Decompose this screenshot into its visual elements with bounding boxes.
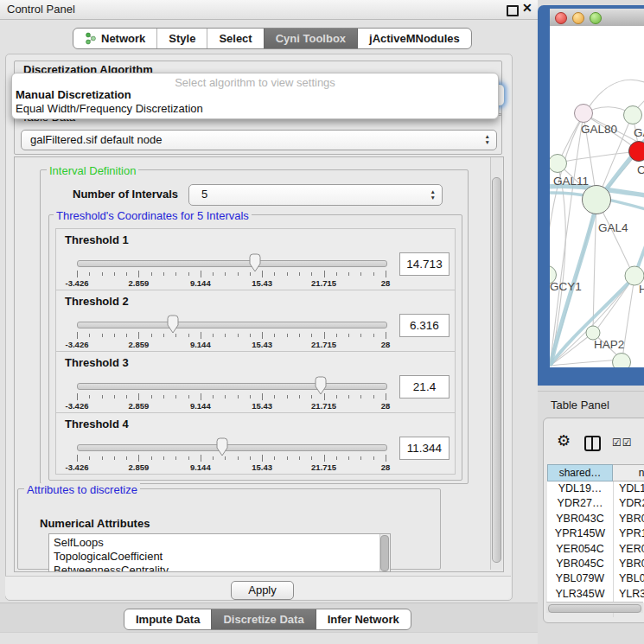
table-row[interactable]: YBR043CYBR0 [547,512,644,526]
algorithm-popup-hint: Select algorithm to view settings [12,76,498,89]
tab-impute-data[interactable]: Impute Data [124,609,211,629]
tab-infer-network[interactable]: Infer Network [316,609,411,629]
network-icon [85,32,97,45]
combobox-spinner-icon: ▲▼ [485,133,490,145]
bottom-tabbar: Impute Data Discretize Data Infer Networ… [124,609,411,630]
control-panel-tabbar: Network Style Select Cyni Toolbox jActiv… [73,28,472,49]
threshold-2-slider-track[interactable] [77,322,387,328]
node-gal11[interactable] [550,155,567,173]
close-traffic-light-icon[interactable] [555,12,567,24]
threshold-3-value-field[interactable]: 21.4 [399,375,450,399]
threshold-1-value-field[interactable]: 14.713 [399,252,450,276]
combobox-spinner-icon: ▲▼ [430,188,436,201]
attributes-group-title: Attributes to discretize [24,483,140,496]
table-row[interactable]: YDR27…YDR2 [547,496,644,511]
algorithm-dropdown-popup: Select algorithm to view settings Manual… [11,73,499,119]
numerical-attributes-label: Numerical Attributes [40,517,150,530]
network-canvas[interactable]: GAL80 GA C GAL11 GAL4 GCY1 H HAP2 [550,26,644,367]
node-label-gcy1: GCY1 [550,280,582,293]
tab-cyni-toolbox[interactable]: Cyni Toolbox [264,29,357,48]
node-label-gal4: GAL4 [598,221,628,234]
node-label-gal11: GAL11 [553,175,589,188]
threshold-2-panel: Threshold 2 -3.4262.8599.14415.4321.7152… [55,290,456,352]
slider-tick-labels: -3.4262.8599.14415.4321.71528 [56,278,455,288]
table-row[interactable]: YLR345WYLR3 [547,587,644,602]
gear-icon[interactable]: ⚙ [557,433,571,449]
table-row[interactable]: YPR145WYPR1 [547,526,644,541]
node-gal80[interactable] [575,105,593,123]
apply-button[interactable]: Apply [231,581,294,600]
threshold-3-slider-thumb[interactable] [314,376,328,395]
node-partial-top-right[interactable] [624,106,642,124]
list-scrollbar[interactable] [379,534,390,571]
list-item[interactable]: SelfLoops [54,536,104,549]
table-row[interactable]: YBR045CYBR0 [547,557,644,571]
table-body: YDL19…YDL1 YDR27…YDR2 YBR043CYBR0 YPR145… [547,481,644,603]
control-panel-title: Control Panel [7,3,75,16]
slider-tick-labels: -3.4262.8599.14415.4321.71528 [56,462,455,472]
node-label-gal80: GAL80 [581,123,617,136]
threshold-3-slider-track[interactable] [77,383,387,390]
node-gal4[interactable] [583,186,611,214]
slider-ticks [56,455,455,462]
checkbox-icons[interactable]: ☑☑ [612,437,633,449]
threshold-1-slider-thumb[interactable] [248,253,262,272]
threshold-1-panel: Threshold 1 -3.4262.8599.14415.4321.7152… [55,228,456,290]
menu-item-equal-width-frequency[interactable]: Equal Width/Frequency Discretization [16,102,203,115]
zoom-traffic-light-icon[interactable] [590,12,602,24]
column-layout-icon[interactable] [584,436,601,451]
table-row[interactable]: YER054CYER0 [547,542,644,557]
tab-jactivemnodules[interactable]: jActiveMNodules [357,29,471,48]
table-horizontal-scrollbar-thumb[interactable] [548,604,641,613]
tab-select[interactable]: Select [207,29,263,48]
threshold-4-value-field[interactable]: 11.344 [399,437,450,460]
threshold-4-panel: Threshold 4 -3.4262.8599.14415.4321.7152… [55,412,456,475]
node-label-h-partial: H [639,283,644,296]
threshold-2-value-field[interactable]: 6.316 [399,314,450,337]
number-of-intervals-combobox[interactable]: 5 ▲▼ [188,184,443,206]
tab-style[interactable]: Style [156,29,207,48]
node-red-selected[interactable] [629,142,644,162]
table-row[interactable]: YDL19…YDL1 [547,481,644,496]
numerical-attributes-list: SelfLoops TopologicalCoefficient Between… [48,533,391,572]
tab-discretize-data[interactable]: Discretize Data [211,609,315,629]
settings-scrollbar[interactable] [490,157,502,570]
threshold-4-slider-track[interactable] [77,444,387,451]
network-window-titlebar[interactable] [550,9,644,27]
list-item[interactable]: BetweennessCentrality [54,564,169,572]
float-window-icon[interactable] [507,5,519,16]
slider-ticks [56,332,455,340]
table-header: shared… na [547,464,644,481]
table-panel-title: Table Panel [551,399,609,411]
node-label-c-partial: C [637,163,644,176]
minimize-traffic-light-icon[interactable] [572,12,584,24]
threshold-1-slider-track[interactable] [77,260,387,267]
column-header-shared[interactable]: shared… [547,464,613,481]
threshold-4-slider-thumb[interactable] [215,437,229,456]
number-of-intervals-label: Number of Intervals [73,188,178,201]
table-horizontal-scrollbar[interactable] [546,602,643,613]
node-label-hap2: HAP2 [594,338,624,351]
slider-ticks [56,393,455,401]
panel-divider[interactable] [538,391,644,392]
slider-ticks [56,271,455,278]
slider-tick-labels: -3.4262.8599.14415.4321.71528 [56,401,455,411]
application-window: Control Panel ✕ Network Style Select Cyn… [0,0,644,644]
tab-network[interactable]: Network [73,29,156,48]
interval-definition-group-title: Interval Definition [47,164,138,177]
settings-scrollbar-thumb[interactable] [492,177,501,563]
list-item[interactable]: TopologicalCoefficient [54,550,163,563]
node-bottom-partial[interactable] [613,354,631,368]
threshold-2-slider-thumb[interactable] [166,315,180,334]
close-icon[interactable]: ✕ [522,1,532,15]
table-panel: ⚙ ☑☑ shared… na YDL19…YDL1 YDR27…YDR2 YB… [543,418,644,623]
apply-row: Apply [5,576,511,599]
threshold-3-panel: Threshold 3 -3.4262.8599.14415.4321.7152… [55,351,456,413]
menu-item-manual-discretization[interactable]: Manual Discretization [16,88,131,101]
table-row[interactable]: YBL079WYBL0 [547,571,644,586]
control-panel-titlebar: Control Panel ✕ [0,0,538,20]
table-data-combobox[interactable]: galFiltered.sif default node ▲▼ [21,130,497,150]
slider-tick-labels: -3.4262.8599.14415.4321.71528 [56,340,455,349]
column-header-name[interactable]: na [613,464,644,481]
network-graph: GAL80 GA C GAL11 GAL4 GCY1 H HAP2 [550,26,644,367]
